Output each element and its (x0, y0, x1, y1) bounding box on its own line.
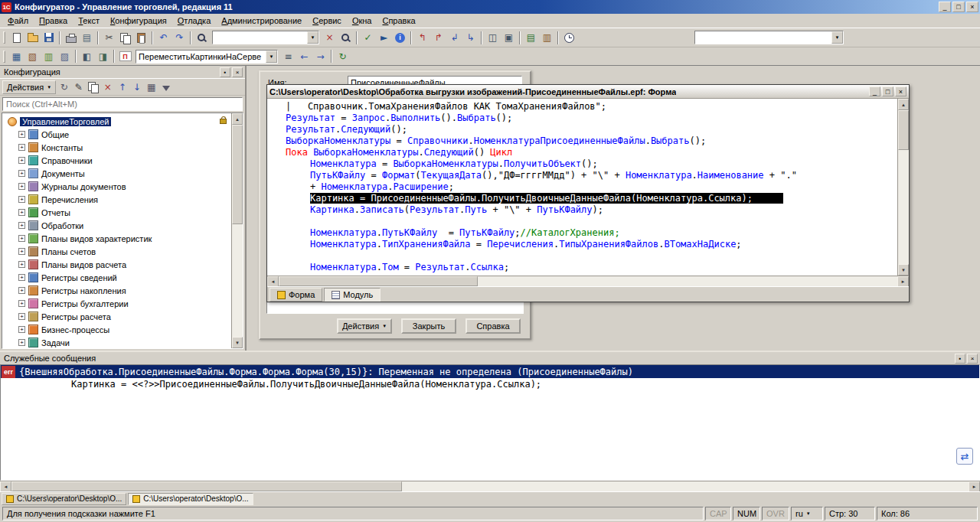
scrollbar-thumb[interactable] (11, 481, 402, 491)
procedure-list-button[interactable]: ≡ (280, 49, 296, 64)
copy-item-button[interactable] (86, 80, 100, 94)
editor-maximize-button[interactable]: □ (882, 86, 893, 96)
module-check-button[interactable]: ◨ (95, 49, 111, 64)
toolbar-handle[interactable] (3, 51, 5, 63)
refresh-module-button[interactable]: ↻ (335, 49, 351, 64)
pin-panel-button[interactable]: ▪ (220, 67, 230, 77)
editor-close-button[interactable]: × (895, 86, 906, 96)
move-down-button[interactable]: ↓ (129, 80, 144, 94)
tree-item-business-processes[interactable]: +Бизнес-процессы (5, 323, 231, 336)
tree-item-reports[interactable]: +Отчеты (5, 206, 231, 219)
maximize-button[interactable]: □ (952, 2, 965, 12)
new-window-button[interactable]: ▣ (501, 30, 517, 45)
history-button[interactable] (561, 30, 577, 45)
dialog-close-button[interactable]: Закрыть (401, 318, 456, 334)
navigate-back-button[interactable]: ↲ (446, 30, 462, 45)
open-file-button[interactable] (24, 30, 41, 45)
tree-item-charts-of-calculation-types[interactable]: +Планы видов расчета (5, 258, 231, 271)
scroll-up-icon[interactable]: ▲ (898, 99, 909, 110)
quick-search-combo[interactable]: ▼ (212, 31, 319, 44)
form-editor-button[interactable]: ◧ (79, 49, 95, 64)
expand-icon[interactable]: + (18, 235, 25, 242)
delete-item-button[interactable]: × (100, 80, 115, 94)
close-button[interactable]: × (966, 2, 978, 12)
tree-item-accumulation-registers[interactable]: +Регистры накопления (5, 284, 231, 297)
editor-horizontal-scrollbar[interactable]: ◄ ► (267, 276, 909, 286)
expand-icon[interactable]: + (18, 313, 25, 320)
toolbar-handle[interactable] (3, 31, 5, 44)
quick-search-combo-dropdown-icon[interactable]: ▼ (307, 31, 318, 44)
expand-icon[interactable]: + (18, 209, 25, 216)
messages-horizontal-scrollbar[interactable]: ◄ ► (0, 481, 980, 491)
help-info-button[interactable] (392, 30, 408, 45)
actions-button[interactable]: Действия ▼ (2, 80, 56, 94)
tree-item-documents[interactable]: +Документы (5, 167, 231, 180)
go-to-message-button[interactable]: ⇄ (956, 448, 973, 465)
find-next-button[interactable] (338, 30, 354, 45)
scroll-left-icon[interactable]: ◄ (267, 276, 279, 287)
editor-minimize-button[interactable]: _ (869, 86, 880, 96)
print-button[interactable] (63, 30, 79, 45)
tree-item-configuration-root[interactable]: УправлениеТорговлей (5, 115, 231, 128)
open-configuration-button[interactable]: ▦ (8, 49, 24, 64)
menu-edit[interactable]: Правка (34, 15, 73, 27)
menu-help[interactable]: Справка (377, 15, 420, 27)
tree-item-charts-of-characteristic-types[interactable]: +Планы видов характеристик (5, 232, 231, 245)
editor-vertical-scrollbar[interactable]: ▲ ▼ (897, 99, 909, 276)
service-messages-list[interactable]: err {ВнешняяОбработка.ПрисоединенныеФайл… (0, 364, 980, 481)
scrollbar-thumb[interactable] (232, 125, 243, 224)
redo-button[interactable]: ↷ (172, 30, 188, 45)
tree-item-document-journals[interactable]: +Журналы документов (5, 180, 231, 193)
expand-icon[interactable]: + (18, 339, 25, 346)
scrollbar-track[interactable] (898, 150, 909, 264)
expand-icon[interactable]: + (18, 157, 25, 164)
go-back-button[interactable]: ← (296, 49, 312, 64)
menu-debug[interactable]: Отладка (172, 15, 217, 27)
previous-procedure-button[interactable]: ↰ (414, 30, 430, 45)
scroll-left-icon[interactable]: ◄ (0, 481, 11, 492)
menu-file[interactable]: Файл (2, 15, 34, 27)
scroll-right-icon[interactable]: ► (969, 481, 980, 492)
item-properties-button[interactable]: ▦ (144, 80, 158, 94)
scrollbar-thumb[interactable] (279, 276, 478, 286)
expand-icon[interactable]: + (18, 144, 25, 151)
language-selector[interactable]: ru ▼ (791, 507, 823, 520)
syntax-help-button[interactable]: ▥ (539, 30, 555, 45)
tab-form[interactable]: Форма (270, 288, 322, 302)
expand-icon[interactable]: + (18, 274, 25, 281)
scrollbar-track[interactable] (232, 224, 243, 337)
clear-search-button[interactable]: × (322, 30, 338, 45)
refresh-tree-button[interactable]: ↻ (57, 80, 71, 94)
scrollbar-track[interactable] (478, 276, 897, 286)
start-debugging-button[interactable]: ► (376, 30, 392, 45)
new-file-button[interactable] (8, 30, 24, 45)
navigate-forward-button[interactable]: ↳ (462, 30, 479, 45)
scroll-down-icon[interactable]: ▼ (232, 337, 243, 348)
tab-module[interactable]: Модуль (324, 288, 381, 302)
expand-icon[interactable]: + (18, 300, 25, 307)
procedure-combo[interactable]: ПереместитьКартинкиНаСерве▼ (136, 50, 278, 64)
pin-messages-button[interactable]: ▪ (955, 354, 965, 364)
scrollbar-track[interactable] (402, 481, 969, 491)
scroll-up-icon[interactable]: ▲ (232, 113, 243, 125)
tree-item-calculation-registers[interactable]: +Регистры расчета (5, 310, 231, 323)
menu-windows[interactable]: Окна (347, 15, 377, 27)
procedure-combo-dropdown-icon[interactable]: ▼ (266, 51, 277, 63)
menu-configuration[interactable]: Конфигурация (105, 15, 172, 27)
edit-item-button[interactable]: ✎ (71, 80, 86, 94)
expand-icon[interactable]: + (18, 183, 25, 190)
close-panel-button[interactable]: × (232, 67, 243, 77)
tree-item-charts-of-accounts[interactable]: +Планы счетов (5, 245, 231, 258)
update-db-configuration-button[interactable]: ▨ (57, 49, 73, 64)
error-detail-row[interactable]: Картинка = <<?>>ПрисоединенныеФайлы.Полу… (1, 378, 979, 390)
find-button[interactable] (194, 30, 210, 45)
window-tab-1[interactable]: C:\Users\operator\Desktop\O... (2, 493, 126, 505)
split-window-button[interactable]: ◫ (485, 30, 501, 45)
undo-button[interactable]: ↶ (155, 30, 172, 45)
filter-tree-button[interactable] (158, 80, 173, 94)
templates-button[interactable]: ▤ (523, 30, 539, 45)
menu-text[interactable]: Текст (73, 15, 105, 27)
close-messages-button[interactable]: × (967, 354, 978, 364)
tree-item-information-registers[interactable]: +Регистры сведений (5, 271, 231, 284)
go-forward-button[interactable]: → (312, 49, 328, 64)
